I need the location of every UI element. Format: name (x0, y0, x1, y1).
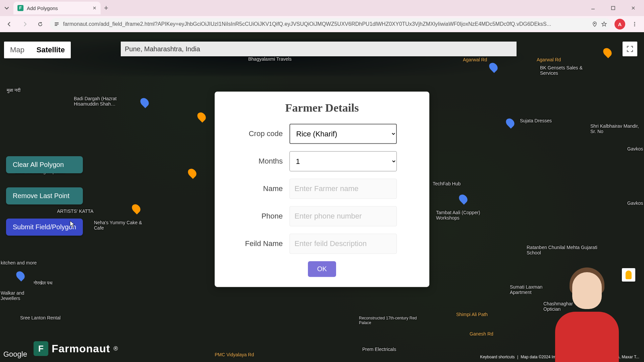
pegman-button[interactable] (622, 268, 635, 282)
browser-menu-button[interactable] (629, 18, 641, 30)
maximize-button[interactable] (604, 1, 623, 15)
svg-point-6 (634, 22, 635, 23)
reload-button[interactable] (34, 18, 46, 30)
location-pin-icon[interactable] (592, 21, 598, 27)
months-label: Months (231, 157, 283, 166)
submit-polygon-button[interactable]: Submit Field/Polygon (6, 219, 83, 236)
polygon-button-group: Clear All Polygon Remove Last Point Subm… (6, 156, 83, 236)
svg-rect-2 (55, 22, 59, 23)
pegman-icon (626, 270, 632, 279)
svg-rect-1 (611, 6, 615, 10)
map-attribution: Keyboard shortcuts | Map data ©2024 Imag… (479, 355, 641, 359)
map-viewport[interactable]: Bhagyalaxmi Travels Badi Dargah (Hazrat … (0, 32, 644, 362)
modal-title: Farmer Details (231, 102, 413, 114)
back-button[interactable] (3, 18, 15, 30)
bookmark-star-icon[interactable] (601, 21, 607, 27)
map-type-satellite[interactable]: Satellite (31, 42, 71, 58)
field-name-label: Feild Name (231, 239, 283, 248)
browser-chrome: F Add Polygons ✕ + farmonaut.com/add_fie… (0, 0, 644, 32)
google-logo: Google (3, 350, 27, 359)
fullscreen-button[interactable] (623, 42, 637, 56)
name-label: Name (231, 184, 283, 193)
tab-row: F Add Polygons ✕ + (0, 0, 644, 16)
minimize-button[interactable] (584, 1, 602, 15)
favicon-icon: F (17, 5, 23, 11)
new-tab-button[interactable]: + (104, 4, 108, 12)
farmer-name-input[interactable] (289, 179, 397, 199)
ok-button[interactable]: OK (308, 261, 336, 277)
logo-text: Farmonaut (52, 343, 110, 355)
months-select[interactable]: 1 (289, 151, 397, 171)
tab-close-icon[interactable]: ✕ (93, 5, 97, 11)
phone-label: Phone (231, 212, 283, 221)
address-bar[interactable]: farmonaut.com/add_field_iframe2.html?API… (50, 18, 611, 30)
url-text: farmonaut.com/add_field_iframe2.html?API… (63, 21, 588, 27)
address-bar-row: farmonaut.com/add_field_iframe2.html?API… (0, 16, 644, 32)
logo-mark-icon: F (34, 341, 48, 356)
svg-point-8 (634, 25, 635, 26)
crop-code-label: Crop code (231, 129, 283, 138)
keyboard-shortcuts-link[interactable]: Keyboard shortcuts (480, 355, 515, 359)
browser-tab[interactable]: F Add Polygons ✕ (13, 2, 101, 14)
svg-rect-3 (55, 24, 59, 24)
map-type-map[interactable]: Map (4, 42, 31, 58)
farmer-details-modal: Farmer Details Crop code Rice (Kharif) M… (215, 92, 429, 287)
farmonaut-logo: F Farmonaut ® (34, 341, 118, 356)
clear-polygon-button[interactable]: Clear All Polygon (6, 156, 83, 173)
tab-search-dropdown[interactable] (2, 3, 11, 13)
map-data-text: Map data ©2024 Imagery ©2024 Airbus, CNE… (521, 355, 639, 359)
site-info-icon[interactable] (54, 21, 60, 27)
svg-point-5 (594, 23, 595, 24)
svg-point-7 (634, 23, 635, 24)
map-type-toggle: Map Satellite (4, 42, 71, 58)
map-search-input[interactable]: Pune, Maharashtra, India (121, 42, 517, 56)
crop-code-select[interactable]: Rice (Kharif) (289, 124, 397, 144)
close-window-button[interactable] (624, 1, 643, 15)
phone-input[interactable] (289, 206, 397, 226)
registered-mark: ® (113, 345, 118, 352)
remove-point-button[interactable]: Remove Last Point (6, 187, 83, 204)
svg-rect-4 (55, 25, 57, 26)
profile-avatar[interactable]: A (614, 19, 625, 29)
field-name-input[interactable] (289, 234, 397, 254)
forward-button[interactable] (19, 18, 31, 30)
tab-title: Add Polygons (27, 5, 89, 11)
